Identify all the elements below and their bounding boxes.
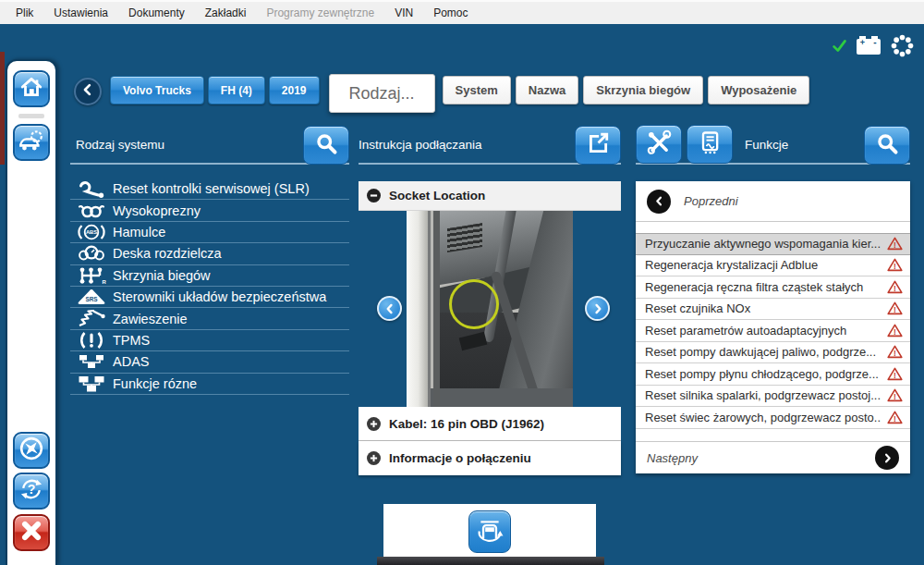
home-button[interactable] [13,70,50,107]
ecu-checklist-icon [697,129,723,159]
svg-text:?: ? [28,482,36,497]
chevron-right-icon [875,446,899,470]
connection-ok-check-icon [832,38,847,57]
busy-spinner-icon [890,33,915,62]
function-row[interactable]: Przyuczanie aktywnego wspomagania kier..… [636,233,910,255]
tpms-icon [70,331,113,350]
status-icons: + - [832,33,915,62]
socket-location-photo-area [359,211,621,407]
svg-text:!: ! [894,414,896,424]
system-item-adas[interactable]: ADAS [70,351,349,373]
functions-card: Poprzedni Przyuczanie aktywnego wspomaga… [636,181,910,473]
functions-search-button[interactable] [864,126,910,165]
menu-ustawienia[interactable]: Ustawienia [43,2,118,24]
tab-wyposazenie[interactable]: Wyposażenie [708,76,809,104]
breadcrumb-make-button[interactable]: Volvo Trucks [110,76,204,104]
functions-panel-title: Funkcje [745,138,788,152]
svg-text:-: - [873,37,876,47]
exit-button[interactable] [13,514,50,551]
next-image-button[interactable] [585,296,610,321]
functions-panel-header: Funkcje [636,126,910,165]
next-page-button[interactable]: Następny [636,441,910,473]
menu-zakladki[interactable]: Zakładki [195,2,257,24]
breadcrumb-year-button[interactable]: 2019 [269,76,320,104]
system-item-deska[interactable]: Deska rozdzielcza [70,243,349,264]
function-row[interactable]: Regeneracja krystalizacji Adblue ! [636,255,910,277]
function-row[interactable]: Reset parametrów autoadaptacyjnych ! [636,320,910,342]
window-edge-sliver [0,52,5,165]
svg-text:!: ! [894,305,896,314]
system-item-hamulce[interactable]: ABS Hamulce [70,222,349,243]
menu-bar: Plik Ustawienia Dokumenty Zakładki Progr… [0,0,924,24]
menu-plik[interactable]: Plik [6,2,43,24]
breadcrumb-model-button[interactable]: FH (4) [208,76,265,104]
connection-info-section[interactable]: Informacje o połączeniu [359,441,621,475]
functions-list: Przyuczanie aktywnego wspomagania kier..… [636,233,910,429]
system-item-srs[interactable]: SRS Sterowniki układów bezpieczeństwa [70,287,349,308]
function-row[interactable]: Reset pompy płynu chłodzącego, podgrze..… [636,363,910,386]
warning-triangle-icon: ! [886,301,903,315]
svg-text:!: ! [894,240,896,250]
car-gear-icon [18,129,44,156]
vehicle-diagnostics-button[interactable] [13,124,50,161]
system-search-button[interactable] [303,126,349,165]
system-item-wysokoprezny[interactable]: Wysokoprezny [70,200,349,221]
system-item-skrzynia[interactable]: R Skrzynia biegów [70,265,349,287]
injector-icon [70,202,113,220]
warning-triangle-icon: ! [886,345,903,359]
function-row[interactable]: Regeneracja ręczna filtra cząstek stałyc… [636,276,910,299]
tab-nazwa[interactable]: Nazwa [516,76,578,104]
help-button[interactable]: ? [13,473,50,510]
socket-location-photo [407,211,573,407]
test-report-button[interactable] [687,125,733,164]
function-row[interactable]: Reset silnika spalarki, podgrzewacz post… [636,386,910,408]
home-icon [19,75,43,103]
svg-text:!: ! [894,327,896,337]
svg-text:!: ! [894,371,896,380]
back-button[interactable] [74,78,102,105]
cable-section[interactable]: Kabel: 16 pin OBD (J1962) [359,407,621,441]
wrench-icon [70,179,113,198]
search-icon [875,131,900,160]
warning-triangle-icon: ! [886,367,903,381]
menu-dokumenty[interactable]: Dokumenty [118,2,195,24]
vehicle-connect-button[interactable] [468,510,511,553]
warning-triangle-icon: ! [886,324,903,338]
tab-system[interactable]: System [443,76,511,104]
warning-triangle-icon: ! [886,388,903,402]
breadcrumb: Volvo Trucks FH (4) 2019 Rodzaj... Syste… [110,76,814,113]
function-row[interactable]: Reset pompy dawkującej paliwo, podgrze..… [636,342,910,364]
system-item-funkcje-rozne[interactable]: Funkcje rózne [70,374,349,395]
socket-location-section[interactable]: Socket Location [359,181,621,211]
tab-skrzynia-biegow[interactable]: Skrzynia biegów [583,76,703,104]
search-icon [314,131,339,160]
open-external-button[interactable] [575,126,621,165]
dashboard-icon [70,244,113,263]
warning-triangle-icon: ! [886,258,903,272]
svg-text:+: + [860,38,865,47]
function-row[interactable]: Reset świec żarowych, podgrzewacz posto.… [636,407,910,429]
offline-mode-button[interactable] [13,432,50,469]
system-item-zawieszenie[interactable]: Zawieszenie [70,308,349,329]
menu-vin[interactable]: VIN [384,2,423,24]
tools-button[interactable] [636,125,682,164]
obd-socket-highlight-circle [449,279,499,329]
battery-icon: + - [855,35,882,60]
suspension-icon [70,310,113,328]
tab-rodzaj-active[interactable]: Rodzaj... [329,74,435,113]
menu-pomoc[interactable]: Pomoc [423,2,478,24]
previous-page-button[interactable]: Poprzedni [636,181,910,222]
system-panel-header: Rodzaj systemu [70,126,349,165]
function-row[interactable]: Reset czujnika NOx ! [636,299,910,321]
system-item-slr[interactable]: Reset kontrolki serwisowej (SLR) [70,178,349,200]
system-panel-title: Rodzaj systemu [76,138,164,152]
previous-image-button[interactable] [377,296,402,321]
help-refresh-icon: ? [18,476,44,506]
instruction-panel-header: Instrukcja podłączania [359,126,621,165]
expand-plus-icon [367,451,381,465]
system-type-list: Reset kontrolki serwisowej (SLR) Wysokop… [70,178,349,395]
instruction-panel-title: Instrukcja podłączania [359,138,482,152]
system-item-tpms[interactable]: TPMS [70,330,349,351]
connection-instruction-card: Socket Location Kabel: 16 pin OBD (J1 [359,181,621,475]
warning-triangle-icon: ! [886,411,903,424]
